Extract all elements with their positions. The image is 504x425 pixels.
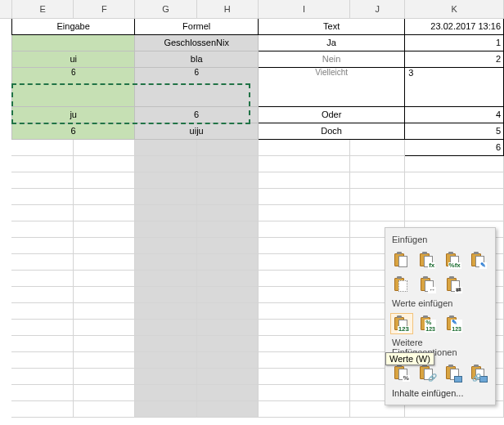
cell-text[interactable]: Vielleicht — [258, 67, 404, 106]
paste-transpose-button[interactable]: ⇄ — [443, 274, 466, 295]
cell-K[interactable]: 1 — [405, 34, 504, 51]
paste-special-link[interactable]: Inhalte einfügen... — [390, 385, 490, 400]
data-row[interactable]: ui bla Nein 2 — [0, 51, 504, 67]
cell-eingabe[interactable]: 6 — [11, 67, 135, 106]
col-H[interactable]: H — [196, 0, 258, 18]
cell-formel[interactable]: bla — [135, 51, 259, 67]
paste-button[interactable] — [390, 249, 413, 271]
data-row[interactable]: 6 — [0, 139, 504, 155]
paste-values-sourceformat-button[interactable]: ✎123 — [443, 313, 466, 334]
header-text[interactable]: Text — [258, 18, 404, 34]
paste-formulas-numberformat-button[interactable]: %fx — [442, 249, 465, 271]
col-G[interactable]: G — [135, 0, 196, 18]
paste-linked-picture-button[interactable]: 🔗 — [468, 362, 491, 383]
cell-K[interactable]: 3 — [405, 67, 504, 106]
data-row[interactable] — [0, 155, 504, 172]
header-eingabe[interactable]: Eingabe — [11, 18, 135, 34]
col-E[interactable]: E — [11, 0, 73, 18]
data-row[interactable] — [0, 172, 504, 188]
data-row[interactable] — [0, 188, 504, 204]
paste-options-popup: Einfügen fx %fx ✎ ↔ ⇄ Werte einfügen 123… — [385, 227, 496, 405]
cell-text[interactable]: Nein — [258, 51, 404, 67]
cell-formel[interactable]: GeschlossenNix — [135, 34, 259, 51]
column-header-row[interactable]: E F G H I J K — [0, 0, 504, 18]
paste-no-borders-button[interactable] — [390, 274, 413, 295]
paste-keep-col-width-button[interactable]: ↔ — [416, 274, 439, 295]
data-row[interactable]: 6 uiju Doch 5 — [0, 123, 504, 139]
col-K[interactable]: K — [405, 0, 504, 18]
cell-formel[interactable]: 6 — [135, 106, 259, 123]
tooltip-werte: Werte (W) — [385, 352, 434, 365]
cell-eingabe[interactable]: ui — [11, 51, 135, 67]
paste-values-numberformat-button[interactable]: %123 — [416, 313, 439, 334]
popup-section-werte: Werte einfügen — [390, 297, 490, 311]
cell-eingabe[interactable]: ju — [11, 106, 135, 123]
data-row[interactable] — [0, 204, 504, 221]
paste-picture-button[interactable] — [442, 362, 465, 383]
header-formel[interactable]: Formel — [135, 18, 259, 34]
cell-eingabe[interactable]: 6 — [11, 123, 135, 139]
cell-formel[interactable]: uiju — [135, 123, 259, 139]
timestamp-cell[interactable]: 23.02.2017 13:16 — [405, 18, 504, 34]
data-row[interactable]: 6 6 Vielleicht 3 — [0, 67, 504, 106]
cell-eingabe[interactable] — [11, 34, 135, 51]
cell-K[interactable]: 2 — [405, 51, 504, 67]
popup-section-einfuegen: Einfügen — [390, 233, 490, 248]
cell-K[interactable]: 4 — [405, 106, 504, 123]
cell-formel[interactable]: 6 — [135, 67, 259, 106]
data-row[interactable]: GeschlossenNix Ja 1 — [0, 34, 504, 51]
paste-values-button[interactable]: 123 — [390, 313, 413, 334]
data-row[interactable]: ju 6 Oder 4 — [0, 106, 504, 123]
col-J[interactable]: J — [350, 0, 405, 18]
paste-keep-source-formatting-button[interactable]: ✎ — [468, 249, 491, 271]
col-F[interactable]: F — [74, 0, 135, 18]
cell-text[interactable]: Oder — [258, 106, 404, 123]
cell-K[interactable]: 5 — [405, 123, 504, 139]
cell-text[interactable]: Ja — [258, 34, 404, 51]
cell-K[interactable]: 6 — [405, 139, 504, 155]
data-row[interactable]: Eingabe Formel Text 23.02.2017 13:16 — [0, 18, 504, 34]
cell-text[interactable]: Doch — [258, 123, 404, 139]
col-I[interactable]: I — [258, 0, 349, 18]
paste-formulas-button[interactable]: fx — [416, 249, 439, 271]
corner-cell[interactable] — [0, 0, 11, 18]
